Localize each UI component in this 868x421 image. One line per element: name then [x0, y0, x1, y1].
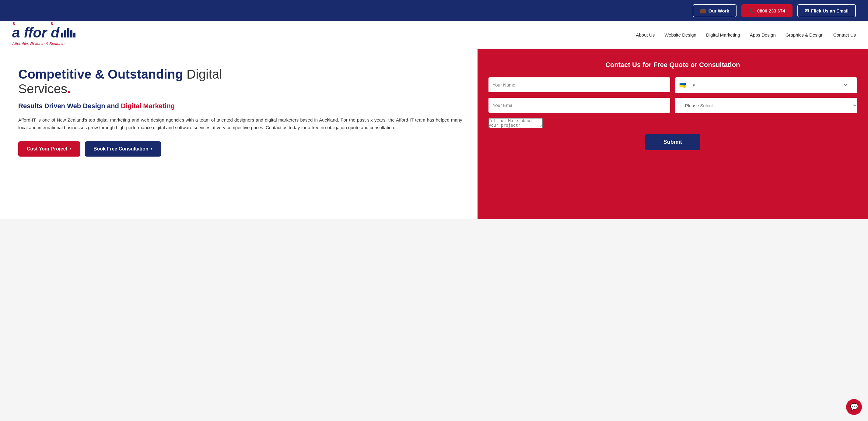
cost-project-button[interactable]: Cost Your Project ›: [18, 141, 80, 157]
country-code-select[interactable]: ▾: [687, 77, 848, 93]
nav-digital-marketing[interactable]: Digital Marketing: [706, 32, 740, 37]
name-field-wrap: [489, 77, 671, 93]
phone-icon: 📞: [749, 8, 755, 14]
nav-links: About Us Website Design Digital Marketin…: [636, 32, 856, 38]
message-field-wrap: [489, 118, 857, 129]
phone-field-wrap: 🇺🇦 ▾: [675, 77, 857, 93]
logo-bars: [61, 28, 75, 37]
message-textarea[interactable]: [489, 118, 542, 128]
service-select-wrap: -- Please Select --: [675, 98, 857, 113]
submit-button[interactable]: Submit: [645, 134, 700, 150]
logo-tagline: Afforable, Reliable & Scalable: [12, 41, 75, 46]
flag-icon: 🇺🇦: [679, 82, 686, 89]
nav-contact-us[interactable]: Contact Us: [833, 32, 856, 37]
logo-text-af: a$ ffor d $: [12, 24, 59, 41]
chevron-right-icon-2: ›: [151, 146, 152, 152]
form-row-2: -- Please Select --: [489, 98, 857, 113]
submit-wrap: Submit: [489, 134, 857, 150]
email-input[interactable]: [489, 98, 671, 113]
briefcase-icon: 💼: [700, 8, 706, 14]
email-button[interactable]: ✉ Flick Us an Email: [797, 4, 856, 17]
hero-description: Afford-IT is one of New Zealand's top di…: [18, 116, 462, 132]
headline-bold: Competitive & Outstanding: [18, 67, 183, 81]
nav-website-design[interactable]: Website Design: [664, 32, 696, 37]
name-input[interactable]: [489, 77, 671, 92]
phone-input[interactable]: [848, 78, 853, 93]
logo[interactable]: a$ ffor d $ Afforable, Reliable & Scalab…: [12, 24, 75, 46]
our-work-button[interactable]: 💼 Our Work: [693, 4, 737, 17]
nav-bar: a$ ffor d $ Afforable, Reliable & Scalab…: [0, 21, 868, 49]
cta-buttons: Cost Your Project › Book Free Consultati…: [18, 141, 462, 157]
main-section: Competitive & Outstanding DigitalService…: [0, 49, 868, 219]
service-select[interactable]: -- Please Select --: [675, 98, 857, 113]
form-row-1: 🇺🇦 ▾: [489, 77, 857, 93]
form-title: Contact Us for Free Quote or Consultatio…: [489, 61, 857, 69]
phone-button[interactable]: 📞 0800 233 674: [741, 4, 793, 17]
contact-form-panel: Contact Us for Free Quote or Consultatio…: [477, 49, 868, 219]
nav-about[interactable]: About Us: [636, 32, 655, 37]
main-headline: Competitive & Outstanding DigitalService…: [18, 67, 462, 96]
book-consultation-button[interactable]: Book Free Consultation ›: [85, 141, 161, 157]
email-icon: ✉: [805, 8, 809, 14]
left-content: Competitive & Outstanding DigitalService…: [0, 49, 477, 219]
top-bar: 💼 Our Work 📞 0800 233 674 ✉ Flick Us an …: [0, 0, 868, 21]
headline-dot: .: [67, 82, 71, 96]
chevron-right-icon: ›: [70, 146, 71, 152]
nav-graphics-design[interactable]: Graphics & Design: [785, 32, 824, 37]
sub-red: Digital Marketing: [121, 102, 175, 110]
phone-input-wrap: 🇺🇦 ▾: [675, 77, 857, 93]
email-field-wrap: [489, 98, 671, 113]
sub-headline: Results Driven Web Design and Digital Ma…: [18, 102, 462, 110]
nav-apps-design[interactable]: Apps Design: [750, 32, 776, 37]
